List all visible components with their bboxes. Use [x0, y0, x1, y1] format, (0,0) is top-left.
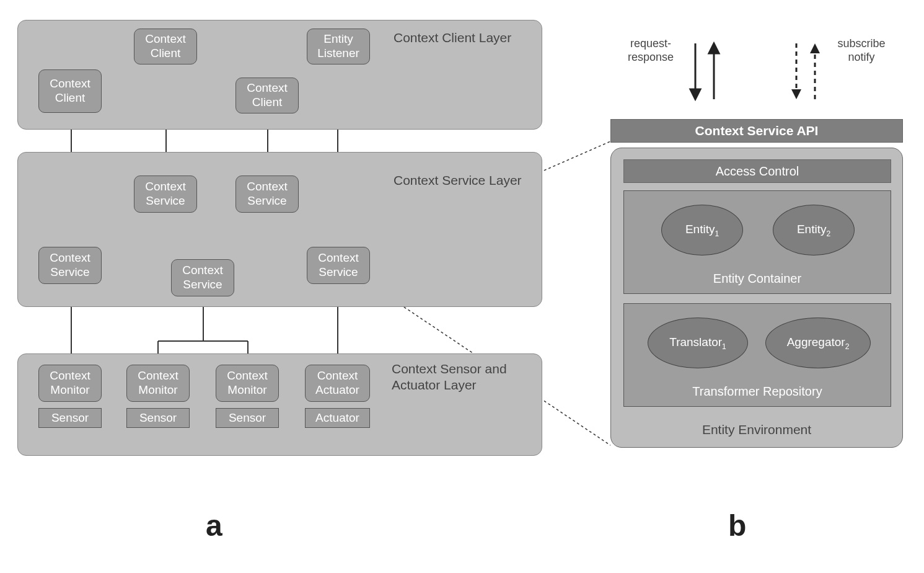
entity-1-label: Entity1 [685, 223, 719, 238]
box-label: Context Service [137, 180, 194, 208]
context-client-left: Context Client [38, 69, 102, 113]
svg-marker-23 [709, 43, 719, 53]
actuator: Actuator [305, 408, 370, 428]
box-label: Sensor [229, 411, 266, 425]
svg-marker-27 [810, 43, 820, 53]
box-label: Actuator [315, 411, 359, 425]
context-service-left: Context Service [38, 247, 102, 284]
translator-1-label: Translator1 [669, 335, 726, 351]
box-label: Sensor [139, 411, 177, 425]
svg-marker-26 [791, 89, 801, 99]
api-bar-label: Context Service API [695, 123, 819, 138]
box-label: Context Client [239, 81, 296, 110]
box-label: Entity Listener [310, 32, 367, 61]
entity-environment-panel: Access Control Entity1 Entity2 Entity Co… [610, 148, 903, 448]
aggregator-2-label: Aggregator2 [787, 335, 850, 351]
context-monitor-3: Context Monitor [216, 365, 279, 402]
transformer-repository-panel: Translator1 Aggregator2 Transformer Repo… [623, 303, 891, 407]
sensor-layer-label: Context Sensor and Actuator Layer [392, 361, 528, 394]
entity-1: Entity1 [661, 205, 743, 255]
context-actuator: Context Actuator [305, 365, 370, 402]
context-service-upper-left: Context Service [134, 175, 197, 213]
context-service-center: Context Service [171, 259, 234, 296]
box-label: Context Client [42, 77, 99, 105]
transformer-repo-label: Transformer Repository [624, 384, 891, 399]
translator-1: Translator1 [648, 318, 748, 368]
context-client-top: Context Client [134, 29, 197, 64]
svg-marker-21 [690, 89, 700, 99]
entity-environment-label: Entity Environment [611, 422, 902, 437]
entity-2-label: Entity2 [797, 223, 830, 238]
box-label: Context Service [174, 264, 231, 292]
box-label: Context Client [137, 32, 194, 61]
panel-a-label: a [206, 509, 222, 543]
box-label: Sensor [51, 411, 89, 425]
entity-container-panel: Entity1 Entity2 Entity Container [623, 190, 891, 294]
sensor-3: Sensor [216, 408, 279, 428]
panel-b-label: b [728, 509, 746, 543]
box-label: Context Service [42, 251, 99, 280]
legend-subscribe-notify: subscribe notify [830, 37, 892, 64]
context-service-api-bar: Context Service API [610, 119, 903, 143]
context-client-mid: Context Client [235, 78, 299, 113]
box-label: Context Monitor [130, 369, 187, 398]
context-service-right: Context Service [307, 247, 370, 284]
legend-request-response: request- response [620, 37, 682, 64]
context-service-upper-right: Context Service [235, 175, 299, 213]
sensor-1: Sensor [38, 408, 102, 428]
context-monitor-2: Context Monitor [126, 365, 190, 402]
client-layer-label: Context Client Layer [394, 30, 517, 46]
box-label: Context Actuator [308, 369, 367, 398]
sensor-2: Sensor [126, 408, 190, 428]
context-monitor-1: Context Monitor [38, 365, 102, 402]
entity-listener: Entity Listener [307, 29, 370, 64]
access-control-label: Access Control [716, 164, 799, 179]
access-control-bar: Access Control [623, 159, 891, 183]
box-label: Context Service [239, 180, 296, 208]
service-layer-label: Context Service Layer [394, 172, 524, 189]
aggregator-2: Aggregator2 [765, 318, 871, 368]
box-label: Context Service [310, 251, 367, 280]
box-label: Context Monitor [219, 369, 276, 398]
box-label: Context Monitor [42, 369, 99, 398]
entity-container-label: Entity Container [624, 272, 891, 286]
entity-2: Entity2 [773, 205, 855, 255]
